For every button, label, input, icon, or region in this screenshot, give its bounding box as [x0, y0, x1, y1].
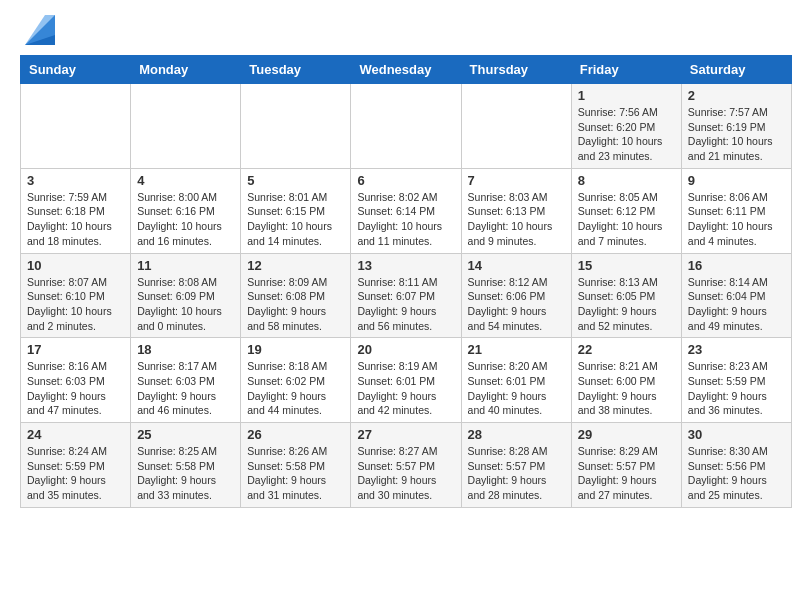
day-number: 23: [688, 342, 785, 357]
day-number: 9: [688, 173, 785, 188]
calendar-cell: 30Sunrise: 8:30 AM Sunset: 5:56 PM Dayli…: [681, 423, 791, 508]
calendar-cell: [131, 84, 241, 169]
calendar-week-row: 1Sunrise: 7:56 AM Sunset: 6:20 PM Daylig…: [21, 84, 792, 169]
calendar-cell: 28Sunrise: 8:28 AM Sunset: 5:57 PM Dayli…: [461, 423, 571, 508]
calendar-header-wednesday: Wednesday: [351, 56, 461, 84]
day-info: Sunrise: 8:09 AM Sunset: 6:08 PM Dayligh…: [247, 275, 344, 334]
day-info: Sunrise: 8:12 AM Sunset: 6:06 PM Dayligh…: [468, 275, 565, 334]
day-number: 30: [688, 427, 785, 442]
calendar-header-friday: Friday: [571, 56, 681, 84]
calendar-cell: 8Sunrise: 8:05 AM Sunset: 6:12 PM Daylig…: [571, 168, 681, 253]
day-number: 11: [137, 258, 234, 273]
day-number: 24: [27, 427, 124, 442]
calendar-cell: 14Sunrise: 8:12 AM Sunset: 6:06 PM Dayli…: [461, 253, 571, 338]
day-info: Sunrise: 8:14 AM Sunset: 6:04 PM Dayligh…: [688, 275, 785, 334]
calendar-cell: 26Sunrise: 8:26 AM Sunset: 5:58 PM Dayli…: [241, 423, 351, 508]
day-info: Sunrise: 8:02 AM Sunset: 6:14 PM Dayligh…: [357, 190, 454, 249]
day-number: 5: [247, 173, 344, 188]
calendar-cell: 29Sunrise: 8:29 AM Sunset: 5:57 PM Dayli…: [571, 423, 681, 508]
day-number: 7: [468, 173, 565, 188]
day-number: 26: [247, 427, 344, 442]
day-number: 17: [27, 342, 124, 357]
calendar-cell: 12Sunrise: 8:09 AM Sunset: 6:08 PM Dayli…: [241, 253, 351, 338]
day-number: 6: [357, 173, 454, 188]
day-info: Sunrise: 8:17 AM Sunset: 6:03 PM Dayligh…: [137, 359, 234, 418]
day-info: Sunrise: 8:23 AM Sunset: 5:59 PM Dayligh…: [688, 359, 785, 418]
calendar-wrapper: SundayMondayTuesdayWednesdayThursdayFrid…: [0, 55, 792, 518]
day-info: Sunrise: 7:56 AM Sunset: 6:20 PM Dayligh…: [578, 105, 675, 164]
calendar-cell: 1Sunrise: 7:56 AM Sunset: 6:20 PM Daylig…: [571, 84, 681, 169]
calendar-cell: 18Sunrise: 8:17 AM Sunset: 6:03 PM Dayli…: [131, 338, 241, 423]
day-number: 13: [357, 258, 454, 273]
day-info: Sunrise: 8:03 AM Sunset: 6:13 PM Dayligh…: [468, 190, 565, 249]
calendar-header-saturday: Saturday: [681, 56, 791, 84]
day-info: Sunrise: 8:18 AM Sunset: 6:02 PM Dayligh…: [247, 359, 344, 418]
calendar-cell: 11Sunrise: 8:08 AM Sunset: 6:09 PM Dayli…: [131, 253, 241, 338]
day-number: 16: [688, 258, 785, 273]
day-info: Sunrise: 8:16 AM Sunset: 6:03 PM Dayligh…: [27, 359, 124, 418]
day-info: Sunrise: 7:59 AM Sunset: 6:18 PM Dayligh…: [27, 190, 124, 249]
calendar-cell: 7Sunrise: 8:03 AM Sunset: 6:13 PM Daylig…: [461, 168, 571, 253]
day-info: Sunrise: 8:26 AM Sunset: 5:58 PM Dayligh…: [247, 444, 344, 503]
day-number: 22: [578, 342, 675, 357]
day-info: Sunrise: 8:07 AM Sunset: 6:10 PM Dayligh…: [27, 275, 124, 334]
day-number: 20: [357, 342, 454, 357]
calendar-week-row: 24Sunrise: 8:24 AM Sunset: 5:59 PM Dayli…: [21, 423, 792, 508]
calendar-week-row: 17Sunrise: 8:16 AM Sunset: 6:03 PM Dayli…: [21, 338, 792, 423]
day-info: Sunrise: 8:25 AM Sunset: 5:58 PM Dayligh…: [137, 444, 234, 503]
day-number: 19: [247, 342, 344, 357]
day-info: Sunrise: 8:13 AM Sunset: 6:05 PM Dayligh…: [578, 275, 675, 334]
day-number: 18: [137, 342, 234, 357]
calendar-cell: [21, 84, 131, 169]
day-info: Sunrise: 8:24 AM Sunset: 5:59 PM Dayligh…: [27, 444, 124, 503]
day-number: 25: [137, 427, 234, 442]
day-number: 12: [247, 258, 344, 273]
day-info: Sunrise: 8:27 AM Sunset: 5:57 PM Dayligh…: [357, 444, 454, 503]
calendar-table: SundayMondayTuesdayWednesdayThursdayFrid…: [20, 55, 792, 508]
calendar-cell: 16Sunrise: 8:14 AM Sunset: 6:04 PM Dayli…: [681, 253, 791, 338]
calendar-cell: 10Sunrise: 8:07 AM Sunset: 6:10 PM Dayli…: [21, 253, 131, 338]
calendar-cell: 2Sunrise: 7:57 AM Sunset: 6:19 PM Daylig…: [681, 84, 791, 169]
day-info: Sunrise: 8:06 AM Sunset: 6:11 PM Dayligh…: [688, 190, 785, 249]
calendar-header-thursday: Thursday: [461, 56, 571, 84]
calendar-week-row: 10Sunrise: 8:07 AM Sunset: 6:10 PM Dayli…: [21, 253, 792, 338]
calendar-cell: 4Sunrise: 8:00 AM Sunset: 6:16 PM Daylig…: [131, 168, 241, 253]
day-info: Sunrise: 8:11 AM Sunset: 6:07 PM Dayligh…: [357, 275, 454, 334]
day-number: 27: [357, 427, 454, 442]
day-number: 1: [578, 88, 675, 103]
day-info: Sunrise: 8:29 AM Sunset: 5:57 PM Dayligh…: [578, 444, 675, 503]
calendar-cell: 3Sunrise: 7:59 AM Sunset: 6:18 PM Daylig…: [21, 168, 131, 253]
day-info: Sunrise: 8:00 AM Sunset: 6:16 PM Dayligh…: [137, 190, 234, 249]
calendar-cell: [241, 84, 351, 169]
day-number: 3: [27, 173, 124, 188]
day-number: 28: [468, 427, 565, 442]
calendar-cell: 25Sunrise: 8:25 AM Sunset: 5:58 PM Dayli…: [131, 423, 241, 508]
day-info: Sunrise: 8:28 AM Sunset: 5:57 PM Dayligh…: [468, 444, 565, 503]
calendar-cell: 9Sunrise: 8:06 AM Sunset: 6:11 PM Daylig…: [681, 168, 791, 253]
day-info: Sunrise: 8:30 AM Sunset: 5:56 PM Dayligh…: [688, 444, 785, 503]
page-header: [0, 0, 792, 55]
day-number: 21: [468, 342, 565, 357]
day-number: 8: [578, 173, 675, 188]
calendar-cell: 21Sunrise: 8:20 AM Sunset: 6:01 PM Dayli…: [461, 338, 571, 423]
day-info: Sunrise: 8:05 AM Sunset: 6:12 PM Dayligh…: [578, 190, 675, 249]
logo: [20, 15, 55, 45]
calendar-cell: 5Sunrise: 8:01 AM Sunset: 6:15 PM Daylig…: [241, 168, 351, 253]
day-info: Sunrise: 7:57 AM Sunset: 6:19 PM Dayligh…: [688, 105, 785, 164]
calendar-cell: 23Sunrise: 8:23 AM Sunset: 5:59 PM Dayli…: [681, 338, 791, 423]
calendar-cell: 13Sunrise: 8:11 AM Sunset: 6:07 PM Dayli…: [351, 253, 461, 338]
calendar-header-sunday: Sunday: [21, 56, 131, 84]
calendar-header-tuesday: Tuesday: [241, 56, 351, 84]
calendar-cell: 24Sunrise: 8:24 AM Sunset: 5:59 PM Dayli…: [21, 423, 131, 508]
calendar-week-row: 3Sunrise: 7:59 AM Sunset: 6:18 PM Daylig…: [21, 168, 792, 253]
calendar-cell: 6Sunrise: 8:02 AM Sunset: 6:14 PM Daylig…: [351, 168, 461, 253]
day-number: 10: [27, 258, 124, 273]
day-info: Sunrise: 8:20 AM Sunset: 6:01 PM Dayligh…: [468, 359, 565, 418]
day-info: Sunrise: 8:21 AM Sunset: 6:00 PM Dayligh…: [578, 359, 675, 418]
day-info: Sunrise: 8:08 AM Sunset: 6:09 PM Dayligh…: [137, 275, 234, 334]
calendar-cell: 20Sunrise: 8:19 AM Sunset: 6:01 PM Dayli…: [351, 338, 461, 423]
day-number: 2: [688, 88, 785, 103]
calendar-cell: [461, 84, 571, 169]
calendar-cell: [351, 84, 461, 169]
day-info: Sunrise: 8:01 AM Sunset: 6:15 PM Dayligh…: [247, 190, 344, 249]
